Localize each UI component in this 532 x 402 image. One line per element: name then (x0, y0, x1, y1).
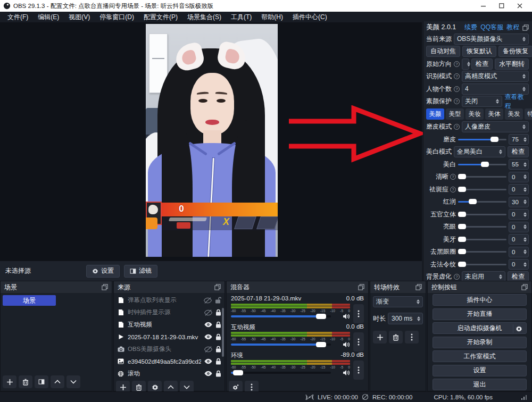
preview-canvas[interactable]: 0 X (0, 22, 422, 261)
filter-button[interactable] (35, 375, 48, 388)
volume-handle[interactable] (316, 342, 326, 347)
slider-handle[interactable] (458, 237, 466, 242)
slider-value-box[interactable]: 0 (509, 209, 529, 220)
bareface-select[interactable]: 关闭 (462, 96, 502, 107)
down-button[interactable] (66, 375, 80, 388)
slider-value-box[interactable]: 0 (509, 247, 529, 257)
beauty-tab-item[interactable]: 美型 (446, 108, 464, 120)
speaker-icon[interactable] (343, 370, 350, 376)
control-button-item[interactable]: 退出 (433, 379, 527, 390)
video-preview[interactable]: 0 X (146, 24, 278, 257)
popout-icon[interactable] (415, 284, 422, 290)
slider-value-box[interactable]: 30 (509, 197, 529, 207)
channel-options-button[interactable] (353, 361, 364, 380)
plus-button[interactable] (3, 375, 16, 388)
beauty-tab-item[interactable]: 美妆 (466, 108, 484, 120)
source-filters-button[interactable]: 滤镜 (124, 265, 157, 278)
slider-track[interactable] (458, 226, 506, 228)
select-dropdown[interactable]: 全局美白 (454, 146, 505, 157)
sources-scrollbar[interactable] (222, 308, 224, 357)
slider-track[interactable] (458, 239, 506, 240)
transitions-dock-header[interactable]: 转场特效 (370, 281, 426, 293)
volume-slider[interactable] (231, 315, 331, 317)
control-button-item[interactable]: 插件中心 (433, 294, 527, 306)
source-list-item[interactable]: 滚动 (116, 367, 222, 380)
visibility-on-icon[interactable] (204, 371, 212, 376)
menu-item[interactable]: 停靠窗口(D) (95, 12, 138, 23)
view-tutorial-link[interactable]: 查看教程 (504, 93, 529, 111)
control-button-item[interactable]: 设置 (433, 365, 527, 376)
slider-value-box[interactable]: 75 (509, 134, 529, 145)
renew-link[interactable]: 续费 (464, 23, 477, 32)
slider-value-box[interactable]: 0 (509, 172, 529, 182)
plus-button[interactable] (373, 331, 387, 344)
info-icon[interactable]: ? (454, 73, 460, 79)
slider-track[interactable] (458, 164, 506, 165)
maximize-button[interactable] (493, 0, 511, 12)
volume-handle[interactable] (316, 314, 326, 319)
popout-icon[interactable] (522, 24, 529, 31)
scenes-dock-header[interactable]: 场景 (1, 281, 112, 293)
popout-icon[interactable] (358, 284, 364, 290)
slider-handle[interactable] (458, 187, 466, 192)
beauty-tab-active[interactable]: 美颜 (426, 108, 444, 120)
info-icon[interactable]: ? (454, 274, 460, 280)
scene-list-item[interactable]: 场景 (3, 295, 56, 306)
slider-track[interactable] (458, 139, 506, 140)
orientation-check-button[interactable]: 检查 (471, 58, 493, 70)
visibility-on-icon[interactable] (204, 322, 212, 328)
source-list-item[interactable]: 弹幕点歌列表显示 (116, 294, 222, 306)
lock-closed-icon[interactable] (215, 309, 221, 316)
menu-item[interactable]: 视图(V) (64, 12, 94, 23)
orientation-select[interactable]: 上 (462, 58, 469, 70)
slider-value-box[interactable]: 55 (509, 159, 529, 170)
popout-icon[interactable] (521, 284, 528, 290)
check-button[interactable]: 检查 (508, 146, 529, 157)
select-dropdown[interactable]: 人像磨皮 (462, 121, 529, 132)
volume-slider[interactable] (231, 372, 331, 374)
source-list-item[interactable]: 互动视频 (116, 319, 222, 331)
slider-handle[interactable] (491, 137, 498, 142)
slider-handle[interactable] (458, 262, 466, 267)
sources-dock-header[interactable]: 来源 (114, 281, 225, 293)
controls-dock-header[interactable]: 控制按钮 (428, 281, 531, 293)
popout-icon[interactable] (102, 284, 108, 290)
info-icon[interactable]: ? (450, 187, 456, 192)
source-list-item[interactable]: e394502df49aa5fc2a99cd2e7c (116, 355, 222, 367)
info-icon[interactable]: ? (454, 124, 460, 130)
slider-track[interactable] (458, 176, 506, 178)
lock-closed-icon[interactable] (215, 358, 221, 365)
restore-default-button[interactable]: 恢复默认 (462, 46, 496, 57)
volume-handle[interactable] (233, 370, 243, 375)
source-list-item[interactable]: 2025-07-18 21-29-03.mkv (116, 331, 222, 343)
visibility-on-icon[interactable] (204, 358, 212, 364)
lock-closed-icon[interactable] (215, 370, 221, 377)
transition-select[interactable]: 渐变 (373, 296, 423, 307)
info-icon[interactable]: ? (450, 174, 456, 180)
lock-closed-icon[interactable] (215, 346, 221, 353)
menu-item[interactable]: 配置文件(P) (139, 12, 182, 23)
current-source-select[interactable]: OBS美颜摄像头 (454, 34, 529, 45)
slider-track[interactable] (458, 251, 506, 253)
dots-button[interactable] (405, 331, 419, 344)
slider-track[interactable] (458, 214, 506, 215)
source-list-item[interactable]: OBS美颜摄像头 (116, 343, 222, 355)
mixer-dock-header[interactable]: 混音器 (227, 281, 368, 293)
lock-closed-icon[interactable] (215, 321, 221, 328)
popout-icon[interactable] (214, 284, 221, 290)
beauty-tab-item[interactable]: 美体 (485, 108, 503, 120)
trash-button[interactable] (389, 331, 403, 344)
source-settings-button[interactable]: 设置 (86, 265, 120, 278)
slider-handle[interactable] (458, 212, 466, 217)
slider-value-box[interactable]: 0 (509, 222, 529, 232)
slider-value-box[interactable]: 0 (509, 234, 529, 245)
menu-item[interactable]: 场景集合(S) (183, 12, 226, 23)
backup-restore-button[interactable]: 备份恢复 (498, 46, 532, 57)
beauty-tab-item[interactable]: 特效 (525, 108, 532, 120)
virtual-camera-config-button[interactable] (513, 324, 525, 333)
menu-item[interactable]: 插件中心(C) (288, 12, 331, 23)
slider-track[interactable] (458, 189, 506, 190)
control-button-item[interactable]: 开始直播 (433, 308, 527, 320)
info-icon[interactable]: ? (454, 98, 460, 104)
lock-open-icon[interactable] (215, 297, 221, 304)
